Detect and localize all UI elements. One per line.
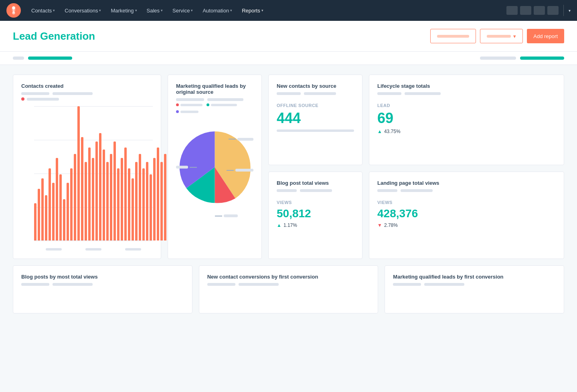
bc1-p2 (53, 283, 93, 286)
bar-item (52, 183, 55, 240)
mql-legend2 (176, 103, 253, 113)
pie-wrapper (176, 125, 253, 209)
lp-p1 (377, 189, 397, 192)
date-range-placeholder (437, 35, 469, 38)
bc1-p1 (21, 283, 49, 286)
blog-post-card: Blog post total views VIEWS 50,812 ▲ 1.1… (268, 172, 362, 259)
pie-tr-callout (229, 138, 253, 141)
nav-marketing[interactable]: Marketing ▾ (107, 5, 141, 16)
nav-reports[interactable]: Reports ▾ (238, 5, 267, 16)
reports-chevron-icon: ▾ (261, 8, 263, 12)
new-contacts-card2: New contacts by source OFFLINE SOURCE 44… (268, 75, 362, 165)
bar-item (106, 162, 109, 240)
pie-tr-bar (237, 138, 253, 141)
xl2 (85, 248, 101, 251)
mql-ll-1 (180, 104, 202, 106)
bar-item (153, 158, 156, 240)
bar-item (56, 158, 58, 240)
bc3-title: Marketing qualified leads by first conve… (393, 274, 556, 280)
bar-item (45, 195, 47, 240)
mql-ll-3 (180, 111, 198, 113)
filter-dropdown-button[interactable]: ▾ (480, 29, 523, 43)
lc-change: ▲ 43.75% (377, 129, 556, 134)
add-report-button[interactable]: Add report (527, 29, 564, 43)
bottom-card-3: Marketing qualified leads by first conve… (385, 265, 564, 313)
mql-title2: Marketing qualified leads by original so… (176, 83, 253, 95)
service-chevron-icon: ▾ (191, 8, 193, 12)
blog-p1 (277, 189, 297, 192)
nav-sales[interactable]: Sales ▾ (143, 5, 167, 16)
mql-dot-red (176, 103, 179, 106)
bc1-title: Blog posts by most total views (21, 274, 184, 280)
nav-settings-icon[interactable] (534, 6, 545, 15)
nav-contacts[interactable]: Contacts ▾ (27, 5, 59, 16)
bar-item (146, 162, 148, 240)
filter-pill-1 (13, 57, 24, 60)
navbar-right: ▾ (506, 5, 571, 16)
bc2-title: New contact conversions by first convers… (207, 274, 370, 280)
filter-bar (0, 52, 577, 65)
mql-p1 (176, 98, 204, 101)
bar-item (150, 174, 152, 240)
lc-stage: LEAD (377, 103, 556, 108)
xl3 (125, 248, 141, 251)
marketing-chevron-icon: ▾ (135, 8, 137, 12)
bar-item (117, 168, 119, 240)
contacts-chevron-icon: ▾ (53, 8, 55, 12)
bar-item (34, 203, 36, 240)
bar-chart (21, 106, 153, 251)
mql-dot-purple (176, 110, 179, 113)
bar-item (164, 154, 166, 240)
navbar-divider (563, 5, 564, 16)
lp-change-pct: 2.78% (384, 222, 398, 228)
pie-left-bar (176, 166, 188, 169)
navbar-expand-icon[interactable]: ▾ (569, 8, 571, 13)
blog-change: ▲ 1.17% (277, 222, 354, 228)
bar-item (59, 174, 62, 240)
lp-change: ▼ 2.78% (377, 222, 556, 228)
pie-bot-bar (224, 214, 238, 217)
pie-rm-callout (227, 169, 253, 172)
page-header: Lead Generation ▾ Add report (0, 21, 577, 52)
bar-item (67, 183, 69, 240)
nc-p2 (304, 92, 336, 95)
lc-title: Lifecycle stage totals (377, 83, 556, 89)
bar-item (110, 154, 112, 240)
blog-value: 50,812 (277, 208, 354, 219)
cc-legend-label (27, 98, 59, 101)
bc3-filter (393, 283, 556, 286)
cc-filter-2 (53, 92, 93, 95)
mql-li-2 (207, 103, 237, 106)
bar-item (113, 141, 116, 240)
nav-conversations[interactable]: Conversations ▾ (61, 5, 105, 16)
nav-automation[interactable]: Automation ▾ (198, 5, 236, 16)
lc-change-pct: 43.75% (384, 129, 401, 134)
bar-item (49, 168, 51, 240)
bar-item (74, 154, 76, 240)
lc-p1 (377, 92, 401, 95)
right-filter-pill-active (520, 57, 564, 60)
blog-filter (277, 189, 354, 192)
header-actions: ▾ Add report (430, 29, 564, 43)
nav-profile-icon[interactable] (547, 6, 559, 15)
blog-change-pct: 1.17% (283, 222, 297, 228)
bars (34, 106, 153, 241)
lc-up-icon: ▲ (377, 129, 382, 134)
contacts-filter-row2 (21, 92, 153, 95)
nc-title: New contacts by source (277, 83, 354, 89)
nav-search-icon[interactable] (506, 6, 518, 15)
page-title: Lead Generation (13, 30, 95, 42)
blog-up-icon: ▲ (277, 222, 281, 228)
lp-filter (377, 189, 556, 192)
svg-rect-3 (13, 8, 14, 13)
bc1-filter (21, 283, 184, 286)
mql-li-3 (176, 110, 198, 113)
date-range-button[interactable] (430, 29, 476, 43)
xl1 (46, 248, 62, 251)
hubspot-logo (6, 3, 21, 18)
bar-item (99, 133, 101, 240)
nav-service[interactable]: Service ▾ (168, 5, 197, 16)
right-filter (480, 57, 564, 60)
nav-help-icon[interactable] (520, 6, 531, 15)
mql-p2 (207, 98, 243, 101)
